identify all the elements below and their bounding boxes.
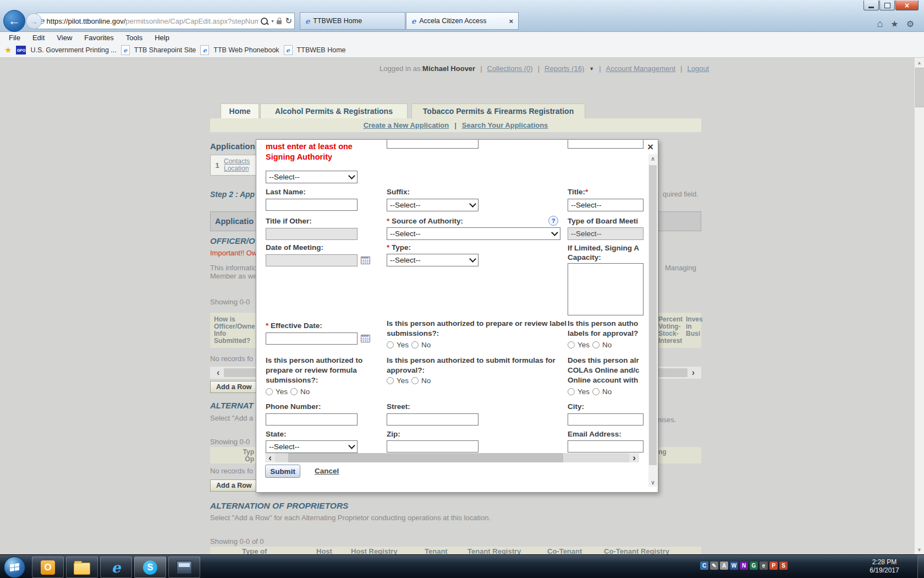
scroll-left-icon[interactable]: ‹ [265,453,275,462]
url-text[interactable]: https://pilot.ttbonline.gov/permitsonlin… [47,17,259,25]
search-dropdown-icon[interactable]: ▾ [271,19,273,24]
step-location-link[interactable]: Location [224,165,250,172]
first-name-input[interactable] [387,139,479,149]
scroll-up-icon[interactable]: ▲ [915,58,924,67]
page-vscrollbar[interactable]: ▲ ▼ [915,58,924,554]
account-management-link[interactable]: Account Management [606,64,675,73]
close-button[interactable]: × [895,1,919,10]
taskbar-app-window[interactable] [168,557,200,578]
radio-no[interactable] [592,341,600,348]
refresh-icon[interactable]: ↻ [285,16,292,26]
radio-yes[interactable] [568,341,575,348]
scroll-down-icon[interactable]: ▼ [915,545,924,554]
email-input[interactable] [568,440,644,452]
dialog-hscrollbar[interactable]: ‹ › [265,453,639,462]
menu-file[interactable]: File [9,34,20,42]
street-input[interactable] [387,413,479,426]
favorite-phonebook-link[interactable]: TTB Web Phonebook [213,46,279,54]
phone-input[interactable] [266,413,358,426]
start-button[interactable] [4,557,25,578]
tab-alcohol-permits[interactable]: Alcohol Permits & Registrations [260,103,408,118]
tab-home[interactable]: Home [221,103,259,118]
city-input[interactable] [568,413,644,426]
taskbar-skype[interactable]: S [134,557,166,578]
tray-icon[interactable]: e [760,561,768,570]
tab-ttbweb-home[interactable]: e TTBWEB Home [300,12,405,30]
restore-button[interactable] [879,1,895,10]
submit-button[interactable]: Submit [265,465,300,478]
settings-gear-icon[interactable]: ⚙ [906,19,914,29]
title-select[interactable]: --Select-- [568,199,644,211]
taskbar-explorer[interactable] [66,557,98,578]
scroll-right-icon[interactable]: › [629,453,639,462]
tray-icon[interactable]: A [720,561,728,570]
zip-input[interactable] [387,440,479,452]
home-icon[interactable]: ⌂ [877,18,883,30]
create-application-link[interactable]: Create a New Application [364,121,449,129]
help-icon[interactable]: ? [548,216,558,226]
type-select[interactable]: --Select-- [387,254,479,266]
reports-link[interactable]: Reports (16) [544,64,584,73]
scrollbar-thumb[interactable] [915,68,924,107]
calendar-icon[interactable] [361,255,370,264]
radio-no[interactable] [411,377,419,384]
dialog-vscrollbar[interactable]: ∧ ∨ [648,154,657,487]
calendar-icon[interactable] [361,334,370,342]
menu-favorites[interactable]: Favorites [84,34,113,42]
scrollbar-thumb[interactable] [288,453,563,462]
favorite-ttbweb-link[interactable]: TTBWEB Home [297,46,346,54]
tray-icon[interactable]: S [779,561,788,570]
scrollbar-thumb[interactable] [649,165,657,465]
effective-date-input[interactable] [266,332,358,345]
dialog-close-icon[interactable]: × [647,141,653,153]
logout-link[interactable]: Logout [687,64,709,73]
forward-button[interactable]: → [26,13,42,29]
favorite-sharepoint-link[interactable]: TTB Sharepoint Site [134,46,196,54]
favorite-gpo-link[interactable]: U.S. Government Printing ... [30,46,116,54]
taskbar-ie[interactable]: e [100,557,132,578]
tray-icon[interactable]: C [700,561,708,570]
scroll-left-icon[interactable]: ‹ [217,370,219,375]
radio-no[interactable] [592,388,600,395]
radio-no[interactable] [411,341,419,348]
tab-accela-citizen-access[interactable]: e Accela Citizen Access × [406,12,519,30]
radio-yes[interactable] [387,377,394,384]
search-applications-link[interactable]: Search Your Applications [462,121,548,129]
add-favorite-icon[interactable]: ★ [4,45,12,55]
tray-icon[interactable]: P [769,561,778,570]
source-of-authority-select[interactable]: --Select-- [387,227,560,240]
radio-yes[interactable] [266,388,273,395]
menu-tools[interactable]: Tools [126,34,142,42]
last-name-input[interactable] [266,199,358,211]
prefix-select[interactable]: --Select-- [266,171,358,183]
radio-yes[interactable] [568,388,575,395]
scroll-right-icon[interactable]: › [692,370,695,375]
minimize-button[interactable] [864,1,879,10]
cancel-link[interactable]: Cancel [315,467,339,475]
reports-caret-icon[interactable]: ▼ [589,66,594,72]
taskbar-clock[interactable]: 2:28 PM 6/19/2017 [860,558,909,575]
menu-view[interactable]: View [57,34,72,42]
menu-edit[interactable]: Edit [32,34,45,42]
favorites-star-icon[interactable]: ★ [890,19,898,29]
state-select[interactable]: --Select-- [266,440,358,453]
tray-icon[interactable]: G [750,561,758,570]
tray-icon[interactable]: ✎ [710,561,718,570]
menu-help[interactable]: Help [155,34,169,42]
middle-name-input[interactable] [568,139,644,149]
suffix-select[interactable]: --Select-- [387,199,479,211]
search-icon[interactable] [261,18,268,25]
tray-icon[interactable]: W [730,561,738,570]
tab-tobacco-permits[interactable]: Tobacco Permits & Firearms Registration [411,103,585,118]
back-button[interactable]: ← [3,10,25,32]
taskbar-outlook[interactable]: O [32,557,64,578]
limited-capacity-textarea[interactable] [568,263,644,315]
show-desktop-button[interactable] [917,555,924,578]
tray-icon[interactable]: N [740,561,748,570]
radio-no[interactable] [290,388,298,395]
scroll-up-icon[interactable]: ∧ [648,154,657,163]
address-bar[interactable]: e https://pilot.ttbonline.gov/permitsonl… [36,13,295,29]
tab-close-icon[interactable]: × [509,17,513,25]
collections-link[interactable]: Collections (0) [487,64,533,73]
radio-yes[interactable] [387,341,394,348]
